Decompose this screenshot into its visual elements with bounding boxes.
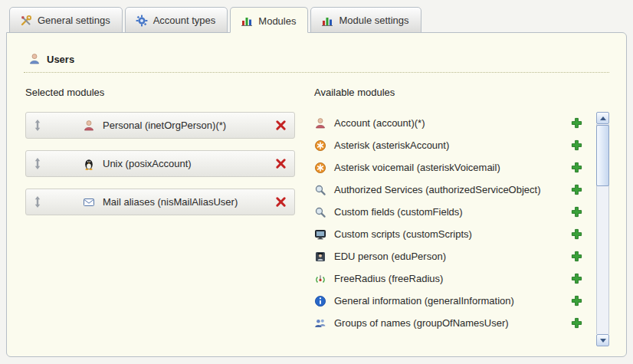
section-title: Users <box>47 54 74 65</box>
group-icon <box>314 317 328 330</box>
add-module-button[interactable] <box>571 317 582 329</box>
tab-account-types[interactable]: Account types <box>125 7 228 33</box>
scroll-up-button[interactable] <box>596 112 609 124</box>
add-module-button[interactable] <box>571 206 582 218</box>
info-icon <box>314 295 328 307</box>
modules-panel: Users Selected modules Personal (inetOrg… <box>6 32 627 357</box>
scrollbar-thumb[interactable] <box>596 125 609 186</box>
selected-modules-heading: Selected modules <box>25 87 295 98</box>
available-modules-heading: Available modules <box>314 87 609 98</box>
tab-label: Account types <box>153 15 216 26</box>
selected-module-row[interactable]: Personal (inetOrgPerson)(*) <box>25 112 295 139</box>
asterisk-icon <box>314 139 328 152</box>
remove-module-button[interactable] <box>275 120 287 131</box>
modules-chart-icon <box>321 15 333 27</box>
available-module-row: General information (generalInformation) <box>314 290 592 312</box>
arrow-up-icon <box>600 116 606 120</box>
available-module-row: Groups of names (groupOfNamesUser) <box>314 312 592 334</box>
asterisk-icon <box>314 162 328 174</box>
scrollbar[interactable] <box>596 112 609 346</box>
available-module-row: Asterisk (asteriskAccount) <box>314 134 592 156</box>
available-module-row: Asterisk voicemail (asteriskVoicemail) <box>314 156 592 179</box>
page: General settings Account types Modules M… <box>0 0 633 357</box>
available-module-label: Asterisk voicemail (asteriskVoicemail) <box>334 162 500 173</box>
tab-label: Modules <box>258 15 296 27</box>
radius-signal-icon <box>314 273 328 285</box>
add-module-button[interactable] <box>571 295 582 307</box>
add-module-button[interactable] <box>571 251 582 262</box>
users-section-heading: Users <box>24 53 609 73</box>
available-module-label: Groups of names (groupOfNamesUser) <box>334 317 509 329</box>
arrow-down-icon <box>600 339 606 343</box>
drag-handle-icon[interactable] <box>34 196 43 208</box>
tab-label: Module settings <box>339 15 408 26</box>
selected-module-label: Mail aliases (nisMailAliasUser) <box>103 196 238 208</box>
modules-chart-icon <box>241 15 253 27</box>
mail-icon <box>83 196 96 208</box>
available-module-label: Asterisk (asteriskAccount) <box>334 139 449 151</box>
terminal-icon <box>314 228 328 241</box>
scrollbar-track[interactable] <box>596 124 609 334</box>
available-modules-column: Available modules Account (account)(*) <box>314 87 609 346</box>
add-module-button[interactable] <box>571 139 582 151</box>
available-module-row: Custom fields (customFields) <box>314 201 592 223</box>
remove-module-button[interactable] <box>275 196 287 208</box>
tools-icon <box>20 15 32 27</box>
user-icon <box>28 53 41 65</box>
available-module-label: EDU person (eduPerson) <box>334 251 446 262</box>
available-module-label: Custom scripts (customScripts) <box>334 228 472 240</box>
selected-module-row[interactable]: Unix (posixAccount) <box>25 150 295 177</box>
available-module-row: EDU person (eduPerson) <box>314 245 592 267</box>
add-module-button[interactable] <box>571 228 582 240</box>
selected-module-row[interactable]: Mail aliases (nisMailAliasUser) <box>25 189 295 215</box>
available-modules-list: Account (account)(*) Asterisk (asteriskA… <box>314 112 592 346</box>
person-icon <box>83 120 96 132</box>
tab-general-settings[interactable]: General settings <box>9 7 123 33</box>
tab-module-settings[interactable]: Module settings <box>310 7 421 33</box>
account-types-gear-icon <box>136 15 148 27</box>
available-module-row: Custom scripts (customScripts) <box>314 223 592 245</box>
module-columns: Selected modules Personal (inetOrgPerson… <box>24 87 609 346</box>
available-module-label: General information (generalInformation) <box>334 295 514 307</box>
tab-modules[interactable]: Modules <box>230 7 308 33</box>
available-module-label: Custom fields (customFields) <box>334 206 463 218</box>
available-module-label: Account (account)(*) <box>334 117 425 129</box>
available-module-row: FreeRadius (freeRadius) <box>314 267 592 290</box>
tux-penguin-icon <box>83 158 96 170</box>
person-icon <box>314 117 328 130</box>
drag-handle-icon[interactable] <box>34 120 43 131</box>
add-module-button[interactable] <box>571 162 582 173</box>
available-module-row: Authorized Services (authorizedServiceOb… <box>314 179 592 201</box>
selected-module-label: Unix (posixAccount) <box>103 158 192 169</box>
selected-module-label: Personal (inetOrgPerson)(*) <box>103 120 226 131</box>
available-module-label: FreeRadius (freeRadius) <box>334 273 443 284</box>
add-module-button[interactable] <box>571 273 582 284</box>
edu-person-icon <box>314 251 328 263</box>
add-module-button[interactable] <box>571 184 582 195</box>
magnifier-icon <box>314 206 328 218</box>
tab-bar: General settings Account types Modules M… <box>6 7 627 33</box>
selected-modules-column: Selected modules Personal (inetOrgPerson… <box>25 87 295 346</box>
available-module-row: Account (account)(*) <box>314 112 592 134</box>
remove-module-button[interactable] <box>275 158 287 169</box>
tab-label: General settings <box>38 15 110 26</box>
available-module-label: Authorized Services (authorizedServiceOb… <box>334 184 541 195</box>
scroll-down-button[interactable] <box>596 334 609 346</box>
magnifier-icon <box>314 184 328 196</box>
add-module-button[interactable] <box>571 117 582 129</box>
drag-handle-icon[interactable] <box>34 158 43 169</box>
